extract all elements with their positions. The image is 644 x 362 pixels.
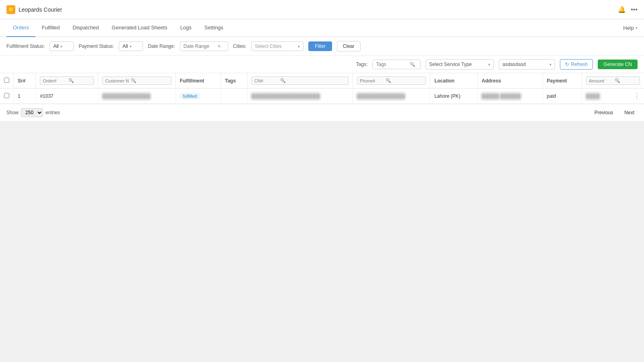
service-type-dropdown[interactable]: Select Service Type ▾: [425, 59, 494, 70]
help-button[interactable]: Help ▾: [623, 25, 638, 31]
col-amount: 🔍: [582, 73, 644, 88]
payment-chevron-icon: ▾: [130, 44, 132, 49]
amount-search-icon: 🔍: [615, 78, 620, 83]
date-range-label: Date Range:: [148, 43, 175, 49]
order-search-input[interactable]: [43, 78, 67, 83]
col-sr: Sr#: [14, 73, 36, 88]
help-chevron-icon: ▾: [636, 26, 638, 30]
filter-button[interactable]: Filter: [308, 41, 332, 51]
orders-table: Sr# 🔍 🔍 Fulfillment: [0, 73, 644, 104]
cities-dropdown[interactable]: Select Cities ▾: [251, 41, 303, 51]
payment-status-label: Payment Status:: [78, 43, 114, 49]
refresh-icon: ↻: [565, 62, 569, 67]
next-button[interactable]: Next: [621, 108, 638, 117]
fulfillment-chevron-icon: ▾: [60, 44, 62, 49]
payment-status-dropdown[interactable]: All ▾: [119, 41, 143, 51]
pagination: Previous Next: [591, 108, 638, 117]
col-phone: 🔍: [353, 73, 430, 88]
nav-item-settings[interactable]: Settings: [198, 19, 230, 37]
row-checkbox[interactable]: [4, 93, 9, 98]
filter-bar: Fulfillment Status: All ▾ Payment Status…: [0, 37, 644, 56]
col-cn: 🔍: [247, 73, 353, 88]
app-title: Leopards Courier: [19, 6, 62, 13]
customer-search-input[interactable]: [105, 78, 129, 83]
row-order: #1037: [36, 88, 98, 104]
row-address: █████ ██████: [477, 88, 543, 104]
col-address: Address: [477, 73, 543, 88]
table-footer: Show 250 10 25 50 100 entries Previous N…: [0, 104, 644, 121]
row-tags: [221, 88, 247, 104]
clear-button[interactable]: Clear: [337, 41, 361, 51]
more-options-icon[interactable]: •••: [631, 6, 638, 13]
tags-row: Tags: 🔍 Select Service Type ▾ asdasdasd …: [0, 56, 644, 73]
top-bar-actions: 🔔 •••: [618, 6, 638, 13]
entries-select[interactable]: 250 10 25 50 100: [21, 108, 43, 117]
table-header-row: Sr# 🔍 🔍 Fulfillment: [0, 73, 644, 88]
generate-cn-button[interactable]: Generate CN: [598, 60, 638, 69]
date-range-clear-icon[interactable]: ✕: [217, 44, 221, 49]
amount-search-input[interactable]: [589, 78, 613, 83]
row-sr: 1: [14, 88, 36, 104]
row-fulfillment: fulfilled: [175, 88, 221, 104]
cities-chevron-icon: ▾: [298, 44, 300, 49]
show-entries: Show 250 10 25 50 100 entries: [6, 108, 60, 117]
phone-search-icon: 🔍: [386, 78, 391, 83]
nav-item-generated-load-sheets[interactable]: Generated Load Sheets: [105, 19, 174, 37]
top-bar: 🟡 Leopards Courier 🔔 •••: [0, 0, 644, 19]
select-all-checkbox[interactable]: [4, 78, 9, 83]
tags-input-wrap: 🔍: [372, 60, 421, 69]
date-range-input[interactable]: [184, 43, 216, 49]
custom-select-chevron-icon: ▾: [549, 62, 551, 67]
phone-search-input[interactable]: [360, 78, 384, 83]
row-cn: ████████████████████: [247, 88, 353, 104]
cn-search-icon: 🔍: [280, 78, 286, 83]
tags-label: Tags:: [356, 62, 368, 67]
row-customer: ██████████████: [98, 88, 175, 104]
cn-search-input[interactable]: [254, 78, 279, 83]
orders-table-container: Sr# 🔍 🔍 Fulfillment: [0, 73, 644, 104]
col-customer: 🔍: [98, 73, 175, 88]
refresh-button[interactable]: ↻ Refresh: [560, 59, 593, 70]
select-all-col: [0, 73, 14, 88]
fulfillment-status-dropdown[interactable]: All ▾: [50, 41, 74, 51]
tags-search-icon: 🔍: [410, 62, 415, 67]
nav-item-dispatched[interactable]: Dispatched: [66, 19, 105, 37]
col-location: Location: [430, 73, 478, 88]
date-range-input-wrap: ✕: [180, 41, 228, 51]
row-payment: paid: [543, 88, 582, 104]
row-more-icon[interactable]: ⋮: [634, 92, 640, 100]
col-fulfillment: Fulfillment: [175, 73, 221, 88]
table-row: 1 #1037 ██████████████ fulfilled ███████…: [0, 88, 644, 104]
app-branding: 🟡 Leopards Courier: [6, 5, 62, 14]
previous-button[interactable]: Previous: [591, 108, 617, 117]
table-body: 1 #1037 ██████████████ fulfilled ███████…: [0, 88, 644, 104]
col-tags: Tags: [221, 73, 247, 88]
nav-item-logs[interactable]: Logs: [174, 19, 198, 37]
row-phone: ██████████████: [353, 88, 430, 104]
notification-icon[interactable]: 🔔: [618, 6, 626, 13]
custom-select-dropdown[interactable]: asdasdasd ▾: [499, 59, 555, 70]
nav-item-orders[interactable]: Orders: [6, 19, 35, 37]
cities-label: Cities:: [233, 43, 246, 49]
row-location: Lahore (PK): [430, 88, 478, 104]
col-payment: Payment: [543, 73, 582, 88]
tags-input[interactable]: [376, 62, 408, 67]
order-search-icon: 🔍: [68, 78, 74, 83]
fulfillment-status-label: Fulfillment Status:: [6, 43, 45, 49]
service-type-chevron-icon: ▾: [488, 62, 490, 67]
col-order: 🔍: [36, 73, 98, 88]
row-amount: ████ ⋮: [582, 88, 644, 103]
nav-bar: Orders Fulfilled Dispatched Generated Lo…: [0, 19, 644, 37]
nav-item-fulfilled[interactable]: Fulfilled: [35, 19, 66, 37]
row-checkbox-cell: [0, 88, 14, 104]
app-logo: 🟡: [6, 5, 15, 14]
customer-search-icon: 🔍: [131, 78, 136, 83]
